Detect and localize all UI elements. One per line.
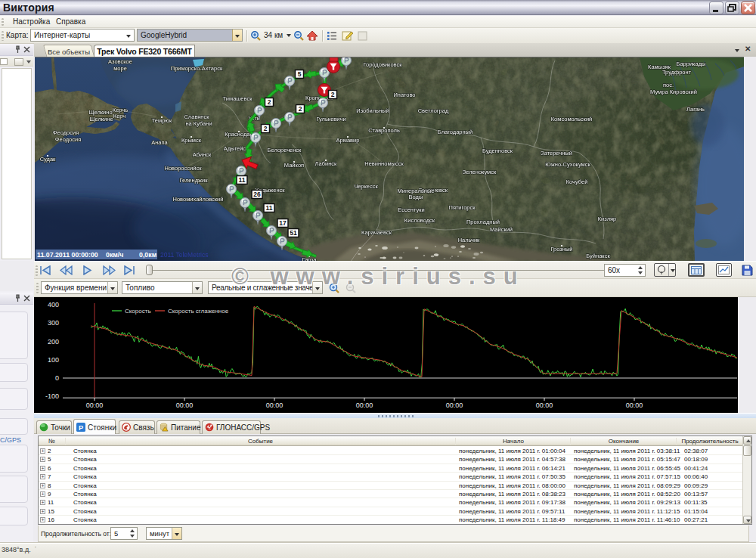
svg-text:P: P [79,424,83,432]
svg-text:00:00: 00:00 [626,401,643,409]
svg-text:00:00: 00:00 [356,401,373,409]
svg-text:Новороссийск: Новороссийск [165,165,203,172]
svg-text:11: 11 [239,176,246,184]
svg-text:2: 2 [299,105,302,113]
svg-text:Анапа: Анапа [151,139,168,146]
svg-text:Воды: Воды [409,194,423,200]
svg-text:Комсомольский: Комсомольский [551,116,593,122]
svg-text:Трудфронт: Трудфронт [662,69,692,76]
svg-text:Кисловодск: Кисловодск [404,217,435,224]
svg-text:Кочубей: Кочубей [566,178,588,185]
svg-text:2: 2 [264,125,268,132]
svg-text:51: 51 [290,229,297,237]
svg-text:400: 400 [48,301,59,308]
svg-text:Славянск: Славянск [184,113,209,120]
svg-text:Южно-Сухокумск: Южно-Сухокумск [545,161,590,168]
svg-text:0: 0 [55,374,59,382]
svg-text:пос.: пос. [663,82,674,88]
svg-text:Новомихайловский: Новомихайловский [173,196,224,203]
svg-text:-100: -100 [45,392,59,400]
svg-text:Судак: Судак [40,156,56,163]
svg-text:Приморско-Ахтарск: Приморско-Ахтарск [171,65,223,72]
svg-text:2011 TeleMetrics: 2011 TeleMetrics [160,251,208,259]
svg-text:на Кубани: на Кубани [185,120,212,127]
svg-text:11.07.2011 00:00:00: 11.07.2011 00:00:00 [37,251,98,259]
svg-text:Буйнакск: Буйнакск [586,253,610,259]
svg-text:Нальчик: Нальчик [458,237,480,243]
svg-text:Черкесск: Черкесск [354,183,378,190]
svg-text:Ипатово: Ипатово [393,91,415,98]
svg-text:Пятигорск: Пятигорск [448,204,476,211]
svg-text:0км/ч: 0км/ч [106,251,123,259]
svg-text:Благодарный: Благодарный [438,129,472,135]
svg-text:2: 2 [268,98,271,106]
svg-text:Майкоп: Майкоп [284,162,304,169]
svg-text:Гулькевичи: Гулькевичи [316,116,345,122]
svg-text:Буденновск: Буденновск [482,147,513,154]
svg-text:Невинномысск: Невинномысск [364,160,404,167]
svg-text:Лагань: Лагань [686,106,705,113]
svg-text:Зеленокумск: Зеленокумск [463,169,497,175]
svg-text:Крымск: Крымск [181,137,202,144]
svg-text:Затеречный: Затеречный [541,150,572,157]
svg-text:Карачаевск: Карачаевск [361,229,392,236]
svg-text:Лабинск: Лабинск [315,160,337,167]
svg-text:море: море [113,65,127,72]
svg-text:Адыгейск: Адыгейск [224,145,249,152]
svg-text:00:00: 00:00 [536,401,553,409]
svg-text:Феодосия: Феодосия [55,136,81,143]
svg-text:Прохладный: Прохладный [466,219,500,225]
svg-text:Абинск: Абинск [193,151,212,158]
svg-text:11: 11 [266,204,273,212]
svg-text:26: 26 [253,191,261,198]
svg-text:00:00: 00:00 [176,401,194,409]
svg-text:Грозный: Грозный [550,246,572,253]
svg-text:Геленджик: Геленджик [179,177,208,184]
svg-text:Кизляр: Кизляр [598,215,617,222]
svg-text:17: 17 [279,219,287,227]
svg-text:Феодосия: Феодосия [53,129,79,136]
svg-text:Тимашевск: Тимашевск [223,95,253,102]
svg-text:Щелкине: Щелкине [89,116,113,122]
svg-text:Темрюк: Темрюк [152,117,172,124]
svg-text:Щелкино: Щелкино [88,109,112,116]
svg-text:200: 200 [48,338,59,346]
svg-text:Ессентуки: Ессентуки [398,206,424,213]
svg-text:00:00: 00:00 [446,401,463,409]
svg-text:Белореченск: Белореченск [268,147,302,153]
svg-text:0,0км: 0,0км [139,251,156,259]
svg-text:Городовиковск: Городовиковск [363,61,402,68]
svg-text:5: 5 [298,70,302,78]
svg-text:300: 300 [48,319,59,327]
svg-text:00:00: 00:00 [266,401,284,409]
svg-text:Мумра Кировский: Мумра Кировский [650,88,697,95]
svg-text:Скорость: Скорость [125,308,151,315]
svg-text:00:00: 00:00 [86,401,104,409]
svg-text:Баррикады: Баррикады [676,60,705,67]
svg-text:Азовское: Азовское [108,58,132,65]
svg-text:Скорость сглаженное: Скорость сглаженное [168,308,229,315]
svg-text:Светлоград: Светлоград [418,107,449,114]
svg-text:Армавир: Армавир [336,137,360,144]
svg-text:2: 2 [331,91,335,98]
svg-text:Изобильный: Изобильный [356,107,389,114]
svg-text:Майский: Майский [490,226,513,233]
svg-text:Керч: Керч [113,113,126,119]
svg-text:100: 100 [48,356,59,364]
